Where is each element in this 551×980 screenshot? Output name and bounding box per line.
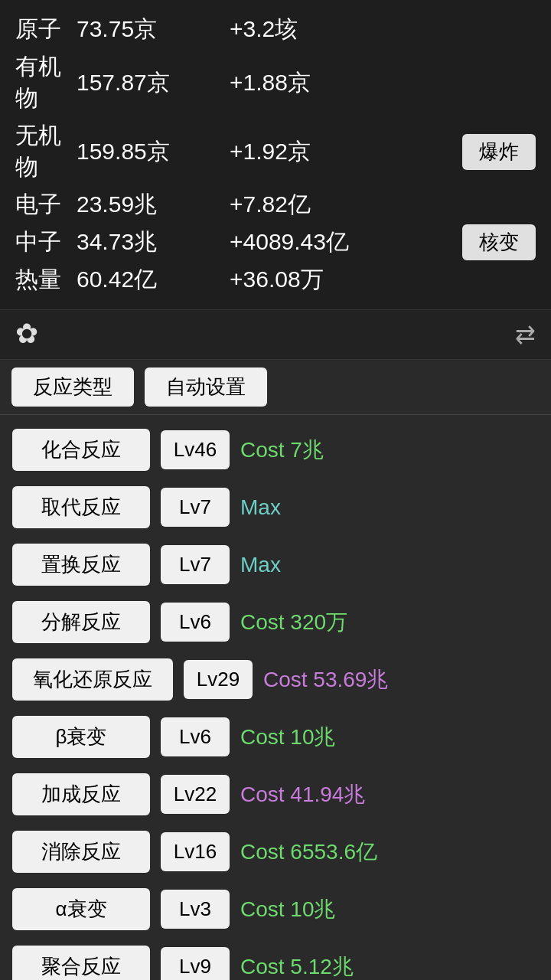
stat-label-3: 电子: [15, 189, 77, 220]
reaction-row-1: 取代反应Lv7Max: [0, 479, 551, 536]
reaction-cost-9: Cost 5.12兆: [240, 952, 539, 981]
stat-value-0: 73.75京: [77, 14, 230, 45]
reaction-cost-0: Cost 7兆: [240, 436, 539, 465]
reaction-row-9: 聚合反应Lv9Cost 5.12兆: [0, 938, 551, 980]
reaction-row-8: α衰变Lv3Cost 10兆: [0, 880, 551, 938]
stat-delta-5: +36.08万: [230, 264, 536, 296]
stat-value-4: 34.73兆: [77, 227, 230, 258]
reaction-name-btn-9[interactable]: 聚合反应: [12, 946, 150, 980]
shuffle-icon: ⇄: [515, 320, 536, 349]
stat-value-5: 60.42亿: [77, 264, 230, 296]
reaction-name-btn-8[interactable]: α衰变: [12, 888, 150, 930]
stat-row-3: 电子23.59兆+7.82亿: [15, 189, 536, 220]
reaction-name-btn-4[interactable]: 氧化还原反应: [12, 658, 173, 701]
reaction-name-btn-5[interactable]: β衰变: [12, 716, 150, 758]
reaction-name-btn-1[interactable]: 取代反应: [12, 486, 150, 528]
stat-row-0: 原子73.75京+3.2垓: [15, 14, 536, 45]
reaction-level-3[interactable]: Lv6: [161, 603, 230, 642]
stat-row-4: 中子34.73兆+4089.43亿核变: [15, 227, 536, 258]
reaction-name-btn-6[interactable]: 加成反应: [12, 773, 150, 815]
stat-value-2: 159.85京: [77, 136, 230, 168]
reaction-row-3: 分解反应Lv6Cost 320万: [0, 593, 551, 651]
stat-row-5: 热量60.42亿+36.08万: [15, 264, 536, 296]
stat-label-0: 原子: [15, 14, 77, 45]
reaction-level-2[interactable]: Lv7: [161, 545, 230, 584]
reaction-name-btn-0[interactable]: 化合反应: [12, 429, 150, 471]
stat-value-1: 157.87京: [77, 67, 230, 99]
stat-label-2: 无机物: [15, 120, 77, 183]
reaction-cost-2: Max: [240, 553, 539, 577]
stat-delta-1: +1.88京: [230, 67, 536, 99]
reaction-level-7[interactable]: Lv16: [161, 832, 230, 871]
reaction-cost-1: Max: [240, 495, 539, 520]
reaction-list: 化合反应Lv46Cost 7兆取代反应Lv7Max置换反应Lv7Max分解反应L…: [0, 415, 551, 980]
reaction-cost-7: Cost 6553.6亿: [240, 838, 539, 867]
stat-action-button-4[interactable]: 核变: [462, 224, 536, 260]
stat-label-1: 有机物: [15, 51, 77, 114]
reaction-level-0[interactable]: Lv46: [161, 430, 230, 469]
icon-bar: ✿ ⇄: [0, 309, 551, 360]
reaction-level-5[interactable]: Lv6: [161, 717, 230, 756]
page-wrapper: 原子73.75京+3.2垓有机物157.87京+1.88京无机物159.85京+…: [0, 0, 551, 980]
reaction-level-8[interactable]: Lv3: [161, 890, 230, 929]
tab-bar: 反应类型 自动设置: [0, 360, 551, 415]
reaction-row-2: 置换反应Lv7Max: [0, 536, 551, 593]
reaction-row-6: 加成反应Lv22Cost 41.94兆: [0, 766, 551, 823]
reaction-name-btn-7[interactable]: 消除反应: [12, 831, 150, 873]
flower-icon: ✿: [15, 318, 49, 351]
reaction-row-4: 氧化还原反应Lv29Cost 53.69兆: [0, 651, 551, 708]
tab-auto-settings[interactable]: 自动设置: [145, 368, 267, 407]
reaction-cost-8: Cost 10兆: [240, 895, 539, 924]
stat-delta-3: +7.82亿: [230, 189, 536, 220]
reaction-level-4[interactable]: Lv29: [184, 660, 253, 699]
reaction-cost-3: Cost 320万: [240, 608, 539, 637]
stat-label-4: 中子: [15, 227, 77, 258]
reaction-row-7: 消除反应Lv16Cost 6553.6亿: [0, 823, 551, 880]
reaction-level-9[interactable]: Lv9: [161, 947, 230, 980]
stats-section: 原子73.75京+3.2垓有机物157.87京+1.88京无机物159.85京+…: [0, 0, 551, 309]
tab-reaction-type[interactable]: 反应类型: [11, 368, 134, 407]
reaction-row-5: β衰变Lv6Cost 10兆: [0, 708, 551, 766]
reaction-row-0: 化合反应Lv46Cost 7兆: [0, 421, 551, 479]
stat-action-button-2[interactable]: 爆炸: [462, 134, 536, 170]
reaction-name-btn-3[interactable]: 分解反应: [12, 601, 150, 643]
reaction-cost-6: Cost 41.94兆: [240, 780, 539, 809]
stat-row-1: 有机物157.87京+1.88京: [15, 51, 536, 114]
stat-delta-0: +3.2垓: [230, 14, 536, 45]
reaction-cost-5: Cost 10兆: [240, 723, 539, 752]
reaction-level-1[interactable]: Lv7: [161, 488, 230, 527]
stat-value-3: 23.59兆: [77, 189, 230, 220]
stat-row-2: 无机物159.85京+1.92京爆炸: [15, 120, 536, 183]
reaction-name-btn-2[interactable]: 置换反应: [12, 544, 150, 586]
reaction-level-6[interactable]: Lv22: [161, 775, 230, 814]
stat-label-5: 热量: [15, 264, 77, 296]
reaction-cost-4: Cost 53.69兆: [263, 665, 539, 694]
